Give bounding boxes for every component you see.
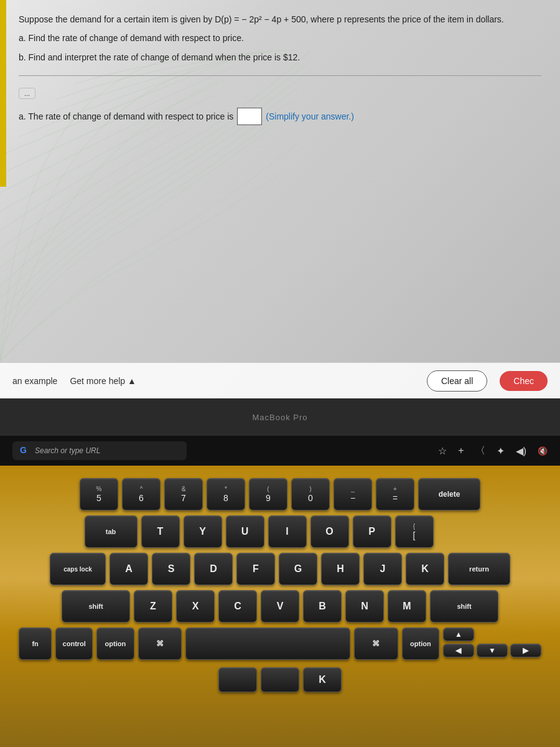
key-row-zxcv: shift Z X C V B N M shift <box>19 590 541 622</box>
key-fn[interactable]: fn <box>19 627 52 660</box>
key-s[interactable]: S <box>152 553 190 585</box>
question-intro: Suppose the demand for a certain item is… <box>19 12 541 26</box>
key-plus-equals[interactable]: + = <box>376 478 414 510</box>
key-percent-5[interactable]: % 5 <box>80 478 118 510</box>
key-caps[interactable]: caps lock <box>50 553 106 585</box>
key-caret-6[interactable]: ^ 6 <box>122 478 161 510</box>
key-star-8[interactable]: * 8 <box>207 478 245 510</box>
key-bottom-1[interactable] <box>218 667 257 692</box>
key-option[interactable]: option <box>96 627 134 660</box>
keyboard-rows: % 5 ^ 6 & 7 * 8 ( 9 ) 0 <box>19 478 541 692</box>
mute-icon[interactable]: 🔇 <box>538 446 548 456</box>
clear-all-button[interactable]: Clear all <box>427 370 487 392</box>
key-ctrl[interactable]: control <box>55 627 93 660</box>
answer-prefix-text: a. The rate of change of demand with res… <box>19 111 233 121</box>
google-icon: G <box>20 445 31 456</box>
key-v[interactable]: V <box>261 590 299 622</box>
address-bar[interactable]: G Search or type URL <box>12 441 187 460</box>
key-u[interactable]: U <box>226 515 264 548</box>
key-f[interactable]: F <box>236 553 275 585</box>
key-k-bottom[interactable]: K <box>303 667 342 692</box>
settings-icon[interactable]: ✦ <box>497 445 505 457</box>
search-or-type-url: Search or type URL <box>35 446 100 455</box>
divider <box>19 75 541 76</box>
back-icon[interactable]: 〈 <box>475 444 485 458</box>
key-enter[interactable]: return <box>448 553 510 585</box>
key-amp-7[interactable]: & 7 <box>164 478 203 510</box>
star-icon[interactable]: ☆ <box>438 445 447 457</box>
key-x[interactable]: X <box>176 590 215 622</box>
key-y[interactable]: Y <box>184 515 222 548</box>
touch-bar: G Search or type URL ☆ + 〈 ✦ ◀) 🔇 <box>0 436 560 466</box>
key-g[interactable]: G <box>279 553 317 585</box>
key-left[interactable]: ◀ <box>443 644 474 657</box>
key-c[interactable]: C <box>218 590 257 622</box>
answer-input-box[interactable] <box>237 108 262 125</box>
question-content: Suppose the demand for a certain item is… <box>0 0 560 138</box>
key-shift-right[interactable]: shift <box>430 590 498 622</box>
key-m[interactable]: M <box>388 590 426 622</box>
key-n[interactable]: N <box>345 590 384 622</box>
answer-row: a. The rate of change of demand with res… <box>19 108 541 125</box>
key-shift-left[interactable]: shift <box>62 590 130 622</box>
key-backspace[interactable]: delete <box>418 478 480 510</box>
key-o[interactable]: O <box>310 515 349 548</box>
simplify-note: (Simplify your answer.) <box>266 111 354 121</box>
macbook-bezel: MacBook Pro <box>0 398 560 436</box>
key-cmd-right[interactable]: ⌘ <box>354 627 398 660</box>
key-space[interactable] <box>185 627 350 660</box>
get-more-help-button[interactable]: Get more help ▲ <box>70 376 136 386</box>
expand-button[interactable]: ... <box>19 88 35 99</box>
key-rparen-0[interactable]: ) 0 <box>291 478 330 510</box>
key-lparen-9[interactable]: ( 9 <box>249 478 287 510</box>
key-d[interactable]: D <box>194 553 233 585</box>
question-part-a: a. Find the rate of change of demand wit… <box>19 31 541 45</box>
key-t[interactable]: T <box>141 515 180 548</box>
key-row-numbers: % 5 ^ 6 & 7 * 8 ( 9 ) 0 <box>19 478 541 510</box>
key-i[interactable]: I <box>268 515 307 548</box>
key-bottom-2[interactable] <box>261 667 299 692</box>
key-lbrace[interactable]: { [ <box>395 515 434 548</box>
key-underscore-minus[interactable]: _ − <box>334 478 372 510</box>
yellow-accent-bar <box>0 0 6 187</box>
key-b[interactable]: B <box>303 590 342 622</box>
check-button[interactable]: Chec <box>500 371 548 391</box>
touch-bar-icons: ☆ + 〈 ✦ ◀) 🔇 <box>438 444 548 458</box>
keyboard-area: % 5 ^ 6 & 7 * 8 ( 9 ) 0 <box>0 466 560 747</box>
key-h[interactable]: H <box>321 553 360 585</box>
key-row-bottom: fn control option ⌘ ⌘ option ▲ ◀ ▼ ▶ <box>19 627 541 660</box>
key-row-asdf: caps lock A S D F G H J K return <box>19 553 541 585</box>
key-up[interactable]: ▲ <box>443 627 474 641</box>
key-row-tyuiop: tab T Y U I O P { [ <box>19 515 541 548</box>
macbook-label: MacBook Pro <box>252 413 307 422</box>
plus-icon[interactable]: + <box>458 445 464 456</box>
key-cmd-left[interactable]: ⌘ <box>138 627 182 660</box>
key-option-right[interactable]: option <box>402 627 439 660</box>
app-area: .arc-line { fill: none; stroke: rgba(180… <box>0 0 560 398</box>
example-link[interactable]: an example <box>12 376 57 386</box>
app-bottom-bar: an example Get more help ▲ Clear all Che… <box>0 362 560 398</box>
key-tab[interactable]: tab <box>85 515 138 548</box>
key-right[interactable]: ▶ <box>510 644 541 657</box>
key-j[interactable]: J <box>363 553 402 585</box>
key-z[interactable]: Z <box>134 590 172 622</box>
volume-icon[interactable]: ◀) <box>516 445 526 457</box>
key-p[interactable]: P <box>353 515 391 548</box>
key-down[interactable]: ▼ <box>477 644 508 657</box>
arrow-lr: ◀ ▼ ▶ <box>443 644 541 657</box>
key-a[interactable]: A <box>110 553 148 585</box>
key-k[interactable]: K <box>406 553 444 585</box>
arrow-keys: ▲ ◀ ▼ ▶ <box>443 627 541 660</box>
question-part-b: b. Find and interpret the rate of change… <box>19 50 541 64</box>
key-row-bottom-extra: K <box>19 667 541 692</box>
